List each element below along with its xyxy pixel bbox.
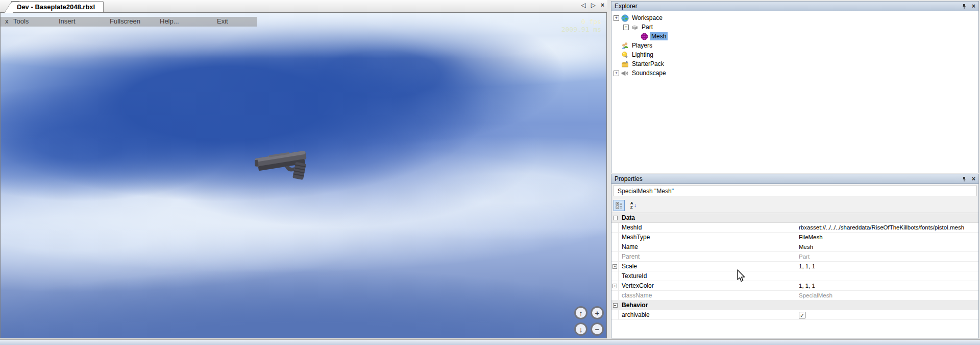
archivable-checkbox[interactable]: ✓ [799,312,805,318]
sort-z-label: Z [630,205,633,210]
expand-icon[interactable]: + [614,15,619,21]
expand-icon[interactable]: + [614,71,619,76]
property-value[interactable]: 1, 1, 1 [796,281,978,290]
property-value: Part [796,252,978,261]
explorer-panel: Explorer × + Workspace + Part Mesh [611,1,979,173]
menu-item-fullscreen[interactable]: Fullscreen [110,17,140,25]
document-tab-label: Dev - Baseplate2048.rbxl [17,3,95,11]
selected-object-label: SpecialMesh "Mesh" [618,188,674,195]
camera-zoom-out-button[interactable]: − [591,323,604,336]
section-label: Behavior [619,302,796,309]
property-name: className [619,292,796,299]
property-row-vertexcolor[interactable]: + VertexColor 1, 1, 1 [611,281,978,291]
tree-item-mesh[interactable]: Mesh [611,32,978,41]
tab-next-icon[interactable]: ▷ [591,2,596,9]
camera-zoom-in-button[interactable]: + [591,306,604,319]
tree-item-label: Players [630,41,654,50]
object-selector-zone: SpecialMesh "Mesh" [611,184,978,198]
property-name: Parent [619,253,796,260]
property-value[interactable]: rbxasset://../../../shareddata/RiseOfThe… [796,223,978,232]
properties-close-icon[interactable]: × [972,175,975,182]
players-icon [621,42,629,50]
mesh-icon [641,33,648,40]
tree-item-soundscape[interactable]: + Soundscape [611,68,978,78]
property-name: archivable [619,311,796,318]
mouse-cursor [737,269,746,283]
camera-tilt-up-button[interactable]: ↑ [574,306,587,319]
tab-prev-icon[interactable]: ◁ [581,2,586,9]
explorer-header: Explorer × [611,2,978,11]
pistol-mesh-object[interactable] [255,147,316,196]
property-value[interactable]: FileMesh [796,233,978,242]
menu-close-icon[interactable]: x [5,17,9,25]
tree-item-part[interactable]: + Part [611,22,978,32]
tree-item-starterpack[interactable]: StarterPack [611,59,978,68]
explorer-title: Explorer [615,3,957,10]
tree-item-label: Workspace [630,14,664,22]
categorized-view-button[interactable] [614,200,625,211]
property-name: TextureId [619,272,796,280]
property-value[interactable]: 1, 1, 1 [796,262,978,271]
tab-nav: ◁ ▷ × [581,2,604,9]
tree-item-label: Lighting [630,51,655,59]
starterpack-icon [621,60,629,68]
menu-item-help[interactable]: Help... [160,17,179,25]
properties-toolbar: A Z ↓ [611,198,978,213]
properties-panel: Properties × SpecialMesh "Mesh" A Z ↓ [611,174,979,338]
tree-item-players[interactable]: Players [611,41,978,50]
property-name: MeshId [619,224,796,231]
menu-item-tools[interactable]: Tools [13,17,29,25]
alphabetical-sort-button[interactable]: A Z ↓ [628,200,639,211]
property-row-textureid[interactable]: TextureId [611,271,978,281]
document-tab[interactable]: Dev - Baseplate2048.rbxl [11,1,104,12]
fps-counter: 0 fps [561,18,601,26]
expand-icon[interactable]: + [623,25,629,30]
camera-tilt-down-button[interactable]: ↓ [574,323,587,336]
tab-bar: Dev - Baseplate2048.rbxl ◁ ▷ × [0,0,607,12]
tree-item-label: StarterPack [630,60,666,68]
menu-item-exit[interactable]: Exit [217,17,228,25]
tree-item-label: Soundscape [630,69,668,77]
property-value: SpecialMesh [796,291,978,300]
property-row-meshtype[interactable]: MeshType FileMesh [611,233,978,242]
camera-controls: ↑ + ↓ − [574,306,604,336]
pin-icon[interactable] [962,4,967,9]
property-row-meshid[interactable]: MeshId rbxasset://../../../shareddata/Ri… [611,223,978,233]
categorized-icon [616,202,623,209]
selected-object-row[interactable]: SpecialMesh "Mesh" [613,186,977,196]
property-value[interactable]: Mesh [796,242,978,251]
property-row-archivable[interactable]: archivable ✓ [611,310,978,320]
explorer-tree: + Workspace + Part Mesh Players [611,11,978,173]
menu-bar: x Tools Insert Fullscreen Help... Exit [1,17,257,27]
tree-item-lighting[interactable]: Lighting [611,50,978,59]
property-row-parent: Parent Part [611,252,978,262]
pin-icon[interactable] [962,176,967,182]
property-value: ✓ [796,310,978,319]
section-header-behavior[interactable]: − Behavior [611,301,978,310]
expand-icon[interactable]: + [612,264,617,269]
tree-item-workspace[interactable]: + Workspace [611,13,978,22]
status-bar [0,339,980,345]
expand-icon[interactable]: + [612,284,617,288]
section-header-data[interactable]: − Data [611,213,978,223]
sort-az-icon: A Z ↓ [630,201,636,210]
properties-header: Properties × [611,174,978,184]
section-label: Data [619,214,796,221]
sort-arrow-icon: ↓ [634,202,637,208]
property-row-classname: className SpecialMesh [611,291,978,301]
property-row-scale[interactable]: + Scale 1, 1, 1 [611,262,978,271]
3d-viewport[interactable]: x Tools Insert Fullscreen Help... Exit 0… [0,12,607,338]
lighting-icon [621,51,629,59]
collapse-icon[interactable]: − [613,303,618,308]
property-row-name[interactable]: Name Mesh [611,242,978,252]
tab-close-icon[interactable]: × [601,2,604,9]
properties-title: Properties [615,175,957,182]
property-value[interactable] [796,271,978,281]
property-name: Name [619,243,796,250]
tree-item-label: Part [640,23,654,31]
collapse-icon[interactable]: − [613,216,618,220]
workspace-icon [621,14,629,22]
properties-table: − Data MeshId rbxasset://../../../shared… [611,213,978,338]
explorer-close-icon[interactable]: × [972,3,975,10]
menu-item-insert[interactable]: Insert [59,17,76,25]
